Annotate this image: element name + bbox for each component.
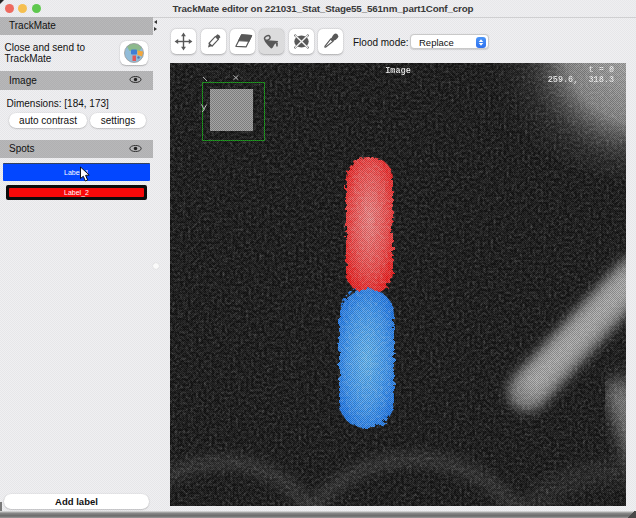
- svg-text:259.6, 318.3: 259.6, 318.3: [548, 75, 614, 85]
- svg-text:t = 0: t = 0: [588, 65, 614, 75]
- svg-text:Image: Image: [385, 66, 411, 76]
